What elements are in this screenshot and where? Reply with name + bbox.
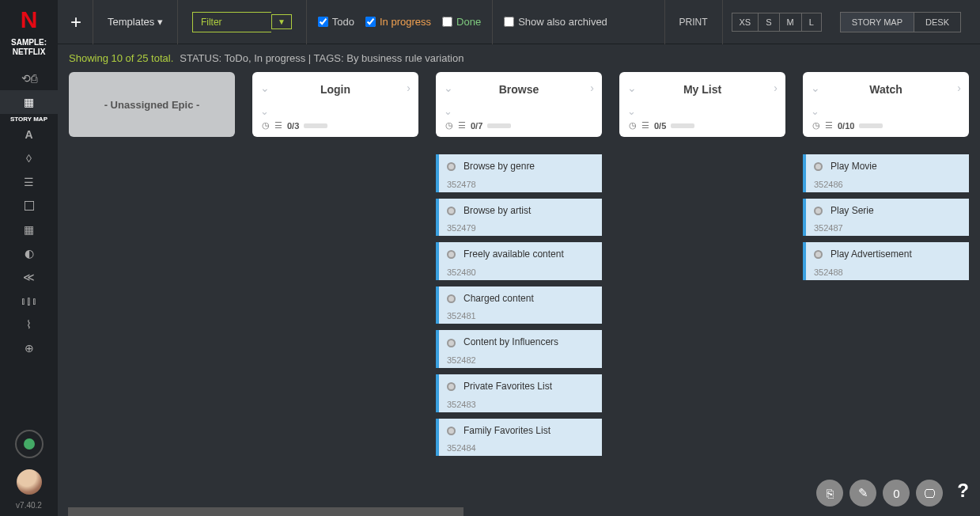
size-m[interactable]: M bbox=[779, 13, 802, 32]
chevron-down-icon[interactable]: ⌄ bbox=[444, 82, 453, 94]
card-title: Private Favorites List bbox=[464, 381, 552, 393]
templates-dropdown[interactable]: Templates ▾ bbox=[93, 0, 178, 44]
story-card[interactable]: Private Favorites List352483 bbox=[436, 374, 602, 412]
nav-road-icon[interactable]: A bbox=[0, 123, 58, 146]
nav-suitcase-icon[interactable]: ⟲⎙ bbox=[0, 66, 58, 90]
card-title: Charged content bbox=[464, 293, 534, 305]
print-button[interactable]: PRINT bbox=[664, 0, 723, 44]
clock-icon: ◷ bbox=[262, 120, 270, 131]
chevron-down-icon[interactable]: ⌄ bbox=[811, 82, 820, 94]
card-title: Freely available content bbox=[464, 249, 564, 261]
project-name[interactable]: SAMPLE: NETFLIX bbox=[0, 38, 58, 57]
todo-checkbox[interactable]: Todo bbox=[318, 16, 354, 28]
card-id: 352487 bbox=[814, 223, 961, 233]
card-title: Browse by genre bbox=[464, 161, 535, 173]
card-title: Play Serie bbox=[831, 205, 874, 218]
nav-storymap-icon[interactable]: ▦ bbox=[0, 90, 58, 114]
column: ⌄›Login⌄◷☰0/3 bbox=[252, 72, 418, 505]
story-card[interactable]: Content by Influencers352482 bbox=[436, 330, 602, 368]
nav-calendar-icon[interactable]: ▦ bbox=[0, 218, 58, 241]
card-title: Play Movie bbox=[831, 161, 877, 173]
collapse-icon[interactable]: ⌄ bbox=[627, 105, 636, 117]
card-id: 352479 bbox=[447, 223, 594, 233]
size-xs[interactable]: XS bbox=[732, 13, 759, 32]
help-icon[interactable]: ? bbox=[957, 480, 969, 507]
size-s[interactable]: S bbox=[758, 13, 779, 32]
unassigned-epic-header[interactable]: - Unassigned Epic - bbox=[69, 72, 235, 137]
archived-checkbox[interactable]: Show also archived bbox=[504, 16, 607, 28]
epic-header[interactable]: ⌄›Browse⌄◷☰0/7 bbox=[436, 72, 602, 137]
nav-share-icon[interactable]: ≪ bbox=[0, 265, 58, 289]
collapse-icon[interactable]: ⌄ bbox=[444, 105, 452, 117]
chevron-right-icon[interactable]: › bbox=[590, 82, 594, 94]
epic-count: 0/7 bbox=[471, 121, 482, 131]
nav-chat-icon[interactable]: ◐ bbox=[0, 241, 58, 265]
status-dot-icon bbox=[814, 207, 823, 215]
record-button[interactable] bbox=[15, 430, 44, 458]
nav-download-icon[interactable]: ⊕ bbox=[0, 336, 58, 360]
list-icon: ☰ bbox=[641, 120, 649, 131]
chevron-right-icon[interactable]: › bbox=[957, 82, 961, 94]
story-card[interactable]: Play Serie352487 bbox=[803, 199, 969, 237]
nav-chart-icon[interactable]: ⫾⫿⫾ bbox=[0, 289, 58, 313]
story-card[interactable]: Browse by genre352478 bbox=[436, 154, 602, 192]
filter-input[interactable] bbox=[192, 12, 271, 32]
horizontal-scrollbar[interactable] bbox=[68, 507, 464, 516]
tab-desk[interactable]: DESK bbox=[914, 12, 961, 32]
nav-storymap-label: STORY MAP bbox=[10, 116, 47, 123]
status-dot-icon bbox=[447, 339, 456, 347]
story-card[interactable]: Family Favorites List352484 bbox=[436, 419, 602, 457]
epic-count: 0/3 bbox=[287, 121, 299, 131]
status-dot-icon bbox=[814, 250, 823, 259]
monitor-icon[interactable]: 🖵 bbox=[916, 480, 943, 507]
done-checkbox[interactable]: Done bbox=[442, 16, 481, 28]
collapse-icon[interactable]: ⌄ bbox=[260, 105, 269, 117]
nav-briefcase-icon[interactable]: 🞎 bbox=[0, 194, 58, 218]
nav-bulb-icon[interactable]: ◊ bbox=[0, 146, 58, 170]
story-card[interactable]: Freely available content352480 bbox=[436, 242, 602, 280]
chevron-down-icon[interactable]: ⌄ bbox=[627, 82, 637, 94]
clock-icon: ◷ bbox=[445, 120, 453, 131]
column: ⌄›Watch⌄◷☰0/10Play Movie352486Play Serie… bbox=[803, 72, 969, 505]
status-dot-icon bbox=[447, 207, 456, 215]
chevron-right-icon[interactable]: › bbox=[407, 82, 411, 94]
epic-title: Watch bbox=[803, 72, 969, 96]
count-badge[interactable]: 0 bbox=[883, 480, 910, 507]
card-title: Family Favorites List bbox=[464, 425, 551, 438]
story-card[interactable]: Browse by artist352479 bbox=[436, 199, 602, 237]
progress-bar bbox=[304, 123, 327, 128]
status-row: Showing 10 of 25 total. STATUS: ToDo, In… bbox=[58, 44, 980, 72]
story-card[interactable]: Play Movie352486 bbox=[803, 154, 969, 192]
add-button[interactable]: + bbox=[67, 0, 93, 44]
card-id: 352483 bbox=[447, 400, 594, 409]
epic-header[interactable]: ⌄›Watch⌄◷☰0/10 bbox=[803, 72, 969, 137]
list-icon: ☰ bbox=[825, 120, 833, 131]
chevron-down-icon[interactable]: ⌄ bbox=[260, 82, 270, 94]
edit-icon[interactable]: ✎ bbox=[849, 480, 876, 507]
filter-summary: STATUS: ToDo, In progress | TAGS: By bus… bbox=[180, 52, 464, 64]
card-id: 352488 bbox=[814, 267, 961, 277]
clock-icon: ◷ bbox=[629, 120, 637, 131]
card-id: 352481 bbox=[447, 311, 594, 321]
story-card[interactable]: Charged content352481 bbox=[436, 286, 602, 324]
collapse-icon[interactable]: ⌄ bbox=[811, 105, 819, 117]
progress-bar bbox=[859, 123, 883, 128]
nav-attach-icon[interactable]: ⌇ bbox=[0, 313, 58, 336]
epic-header[interactable]: ⌄›My List⌄◷☰0/5 bbox=[619, 72, 785, 137]
inprogress-checkbox[interactable]: In progress bbox=[365, 16, 431, 28]
epic-title: Login bbox=[252, 72, 418, 96]
card-id: 352482 bbox=[447, 355, 594, 365]
card-title: Content by Influencers bbox=[464, 336, 558, 349]
filter-dropdown-icon[interactable]: ▼ bbox=[271, 14, 292, 29]
story-card[interactable]: Play Advertisement352488 bbox=[803, 242, 969, 280]
board: - Unassigned Epic -⌄›Login⌄◷☰0/3⌄›Browse… bbox=[58, 72, 980, 516]
nav-list-icon[interactable]: ☰ bbox=[0, 170, 58, 194]
epic-header[interactable]: ⌄›Login⌄◷☰0/3 bbox=[252, 72, 418, 137]
chevron-right-icon[interactable]: › bbox=[774, 82, 778, 94]
avatar[interactable] bbox=[17, 469, 42, 495]
epic-title: Browse bbox=[436, 72, 602, 96]
showing-count: Showing 10 of 25 total. bbox=[69, 52, 173, 64]
copy-icon[interactable]: ⎘ bbox=[816, 480, 843, 507]
size-l[interactable]: L bbox=[801, 13, 822, 32]
tab-storymap[interactable]: STORY MAP bbox=[840, 12, 914, 32]
